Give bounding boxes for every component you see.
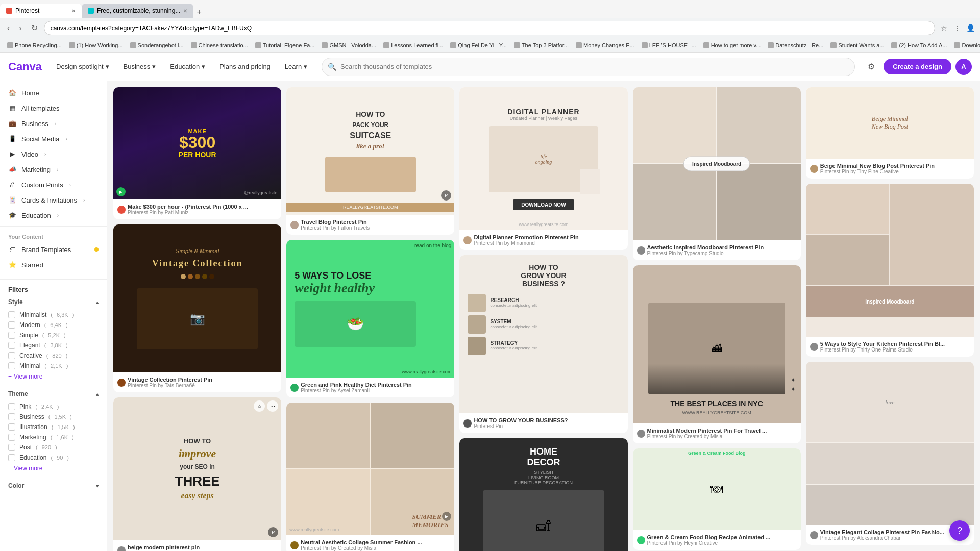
template-item-vintage[interactable]: Simple & Minimal Vintage Collection 📷 xyxy=(113,224,281,392)
bookmark-working[interactable]: (1) How Working... xyxy=(66,41,126,49)
template-item-money[interactable]: MAKE $300 PER HOUR @reallygreatsite ▶ Ma… xyxy=(113,87,281,219)
bookmark-datenschutz[interactable]: Datenschutz - Re... xyxy=(765,41,826,49)
bookmark-lee[interactable]: LEE 'S HOUSE--... xyxy=(639,41,699,49)
address-bar[interactable] xyxy=(44,21,935,35)
style-filter-title[interactable]: Style ▴ xyxy=(8,298,99,306)
theme-filter-title[interactable]: Theme ▴ xyxy=(8,390,99,397)
bookmark-qing[interactable]: Qing Fei De Yi - Y... xyxy=(447,41,510,49)
template-item-nyc[interactable]: 🏙 THE BEST PLACES IN NYC WWW.REALLYGREAT… xyxy=(633,265,801,443)
bookmark-favicon-4 xyxy=(191,42,197,48)
reload-button[interactable]: ↻ xyxy=(28,21,41,35)
template-item-blog[interactable]: Beige MinimalNew Blog Post Beige Minimal… xyxy=(806,87,974,179)
checkbox-illustration[interactable] xyxy=(8,423,15,431)
filter-theme-marketing[interactable]: Marketing (1,6K) xyxy=(8,432,99,442)
bookmark-lessons[interactable]: Lessons Learned fl... xyxy=(380,41,446,49)
color-filter-title[interactable]: Color ▾ xyxy=(8,482,99,489)
checkbox-simple[interactable] xyxy=(8,332,15,339)
filter-simple[interactable]: Simple (5,2K) xyxy=(8,330,99,340)
sidebar-item-all-templates[interactable]: ▦ All templates xyxy=(0,101,107,116)
template-item-moodboard[interactable]: Inspired Moodboard Aesthetic Inspired Mo… xyxy=(633,87,801,260)
checkbox-elegant[interactable] xyxy=(8,342,15,349)
template-item-digital[interactable]: DIGITAL PLANNER Undated Planner | Weekly… xyxy=(459,87,627,250)
template-item-business-grow[interactable]: HOW TOGROW YOURBUSINESS ? RESEARCH conse… xyxy=(459,255,627,433)
bookmark-student[interactable]: Student Wants a... xyxy=(827,41,887,49)
bookmark-chinese[interactable]: Chinese translatio... xyxy=(188,41,251,49)
bookmark-top3[interactable]: The Top 3 Platfor... xyxy=(511,41,572,49)
settings-icon[interactable]: ⋮ xyxy=(951,22,963,34)
sidebar-item-brand-templates[interactable]: 🏷 Brand Templates xyxy=(0,242,107,257)
sidebar-item-business[interactable]: 💼 Business › xyxy=(0,116,107,131)
menu-design-spotlight[interactable]: Design spotlight ▾ xyxy=(50,60,115,73)
checkbox-post[interactable] xyxy=(8,444,15,451)
tab-canva[interactable]: Free, customizable, stunning... ✕ xyxy=(82,4,193,18)
sidebar-item-social-media[interactable]: 📱 Social Media › xyxy=(0,131,107,146)
bookmark-sonder[interactable]: Sonderangebot l... xyxy=(127,41,187,49)
forward-button[interactable]: › xyxy=(16,21,24,35)
menu-education[interactable]: Education ▾ xyxy=(164,60,211,73)
checkbox-modern[interactable] xyxy=(8,321,15,329)
template-item-seo[interactable]: HOW TO improve your SEO in THREE easy st… xyxy=(113,397,281,551)
bookmark-2howtoadd[interactable]: (2) How To Add A... xyxy=(888,41,950,49)
filter-post[interactable]: Post (920) xyxy=(8,442,99,453)
checkbox-pink[interactable] xyxy=(8,403,15,410)
sidebar-item-marketing[interactable]: 📣 Marketing › xyxy=(0,162,107,177)
cards-icon: 🃏 xyxy=(8,196,16,204)
create-design-button[interactable]: Create a design xyxy=(884,59,951,74)
user-account-icon[interactable]: 👤 xyxy=(965,22,976,34)
checkbox-minimalist[interactable] xyxy=(8,311,15,318)
bookmark-how[interactable]: How to get more v... xyxy=(700,41,764,49)
menu-label-business: Business xyxy=(124,63,151,70)
bookmark-tutorial[interactable]: Tutorial: Eigene Fa... xyxy=(252,41,318,49)
template-item-home-decor[interactable]: HOMEDECOR STYLISHLIVING ROOMFURNITURE DE… xyxy=(459,438,627,551)
template-item-summer[interactable]: SUMMERMEMORIES www.reallygreatsite.com ▶… xyxy=(286,403,454,551)
menu-plans-pricing[interactable]: Plans and pricing xyxy=(213,60,277,73)
view-more-theme[interactable]: + View more xyxy=(8,463,99,474)
back-button[interactable]: ‹ xyxy=(4,21,13,35)
bookmark-download[interactable]: Download - Cooki... xyxy=(951,41,980,49)
filter-theme-education[interactable]: Education (90) xyxy=(8,453,99,463)
menu-business[interactable]: Business ▾ xyxy=(117,60,162,73)
tab-pinterest[interactable]: Pinterest ✕ xyxy=(0,4,82,18)
tab-close-canva[interactable]: ✕ xyxy=(183,8,187,14)
chevron-cards: › xyxy=(83,197,85,203)
sidebar-item-home[interactable]: 🏠 Home xyxy=(0,85,107,101)
filter-illustration[interactable]: Illustration (1,5K) xyxy=(8,422,99,432)
checkbox-theme-marketing[interactable] xyxy=(8,434,15,441)
sidebar-item-education[interactable]: 🎓 Education › xyxy=(0,208,107,223)
checkbox-theme-education[interactable] xyxy=(8,454,15,461)
checkbox-minimal[interactable] xyxy=(8,362,15,369)
filter-minimalist[interactable]: Minimalist (6,3K) xyxy=(8,310,99,320)
search-input[interactable] xyxy=(322,58,855,76)
filter-pink[interactable]: Pink (2,4K) xyxy=(8,402,99,412)
sidebar-item-starred[interactable]: ⭐ Starred xyxy=(0,257,107,272)
filter-elegant[interactable]: Elegant (3,8K) xyxy=(8,340,99,350)
template-item-healthy[interactable]: 5 WAYS TO LOSE weight healthy 🥗 www.real… xyxy=(286,240,454,397)
canva-logo[interactable]: Canva xyxy=(8,60,42,73)
filter-creative[interactable]: Creative (820) xyxy=(8,350,99,361)
user-avatar[interactable]: A xyxy=(955,59,972,75)
help-button[interactable]: ? xyxy=(949,520,970,541)
bookmark-phone[interactable]: Phone Recycling... xyxy=(4,41,65,49)
filter-minimal[interactable]: Minimal (2,1K) xyxy=(8,361,99,371)
bookmark-icon-toolbar[interactable]: ☆ xyxy=(938,22,949,34)
template-item-kitchen[interactable]: Inspired Moodboard 5 Ways to Style Your … xyxy=(806,184,974,357)
sidebar-item-video[interactable]: ▶ Video › xyxy=(0,146,107,162)
view-more-style[interactable]: + View more xyxy=(8,371,99,382)
chevron-color: ▾ xyxy=(96,483,99,489)
sidebar-item-custom-prints[interactable]: 🖨 Custom Prints › xyxy=(0,177,107,192)
new-tab-button[interactable]: + xyxy=(193,7,204,18)
template-item-collage[interactable]: love Vintage Elegant Collage Pinterest P… xyxy=(806,362,974,545)
chevron-custom-prints: › xyxy=(69,182,71,188)
menu-learn[interactable]: Learn ▾ xyxy=(279,60,313,73)
settings-button[interactable]: ⚙ xyxy=(863,59,879,75)
tab-close-pinterest[interactable]: ✕ xyxy=(71,8,76,14)
template-item-recipe[interactable]: 🍽 Green & Cream Food Blog Green & Cream … xyxy=(633,448,801,550)
checkbox-theme-business[interactable] xyxy=(8,413,15,420)
sidebar-item-cards-invitations[interactable]: 🃏 Cards & Invitations › xyxy=(0,192,107,208)
filter-modern[interactable]: Modern (6,4K) xyxy=(8,320,99,330)
checkbox-creative[interactable] xyxy=(8,352,15,359)
template-item-suitcase[interactable]: HOW TO PACK YOUR SUITCASE like a pro! RE… xyxy=(286,87,454,235)
filter-theme-business[interactable]: Business (1,5K) xyxy=(8,412,99,422)
bookmark-money[interactable]: Money Changes E... xyxy=(573,41,638,49)
bookmark-gmsn[interactable]: GMSN - Volodda... xyxy=(318,41,379,49)
